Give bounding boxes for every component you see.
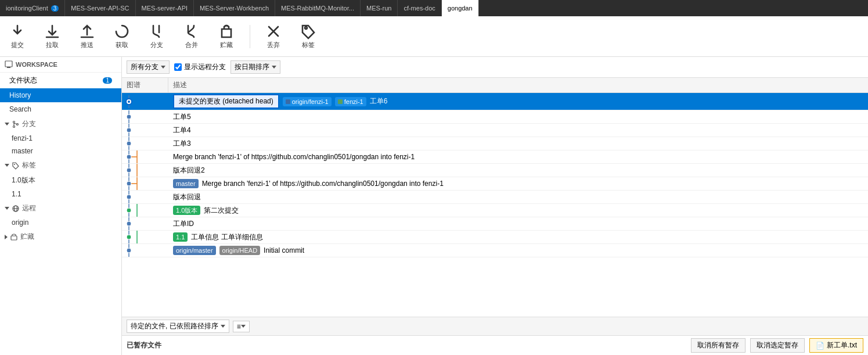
commit-message: 第二次提交: [204, 206, 239, 216]
graph-cell: [122, 124, 168, 137]
toolbar-tag-label: 标签: [302, 41, 315, 49]
commit-row[interactable]: Merge branch 'fenzi-1' of https://github…: [122, 150, 868, 164]
commit-message: 工单ID: [173, 219, 194, 229]
content-area: 所有分支 显示远程分支 按日期排序 图谱 描述 未提交的更改 (detached…: [122, 57, 868, 355]
svg-point-27: [127, 168, 131, 173]
menu-icon-btn[interactable]: ≡: [233, 321, 250, 332]
commit-row[interactable]: 版本回退2: [122, 164, 868, 177]
remote-arrow: [5, 207, 9, 210]
stash-icon: [218, 23, 235, 40]
commit-row[interactable]: 工单ID: [122, 217, 868, 231]
graph-header-graph-label: 图谱: [122, 78, 168, 92]
commit-desc: 1.0版本第二次提交: [168, 205, 868, 217]
commit-row[interactable]: 1.0版本第二次提交: [122, 204, 868, 217]
commit-tag: origin/fenzi-1: [283, 97, 332, 106]
search-item[interactable]: Search: [0, 102, 121, 116]
graph-cell: [122, 231, 168, 243]
branch-section[interactable]: 分支: [0, 116, 121, 132]
tab-mes-server-workbench[interactable]: MES-Server-Workbench: [194, 0, 275, 16]
cancel-selected-staged-button[interactable]: 取消选定暂存: [750, 338, 805, 353]
graph-cell: [122, 191, 168, 203]
branch-fenzi1[interactable]: fenzi-1: [0, 132, 121, 145]
tag-icon: [12, 162, 20, 170]
fetch-icon: [114, 23, 130, 40]
tab-gongdan[interactable]: gongdan: [442, 0, 479, 16]
commit-message: 工单5: [173, 112, 191, 122]
commit-desc: 版本回退: [168, 191, 868, 203]
graph-header: 图谱 描述: [122, 78, 868, 93]
commit-desc: 1.1工单信息 工单详细信息: [168, 231, 868, 243]
toolbar-merge[interactable]: 合并: [180, 23, 203, 49]
branch-master[interactable]: master: [0, 145, 121, 157]
commit-row[interactable]: 工单3: [122, 137, 868, 150]
commit-row[interactable]: origin/masterorigin/HEADInitial commit: [122, 244, 868, 257]
remote-section-label: 远程: [22, 203, 36, 213]
workspace-label: WORKSPACE: [16, 61, 57, 68]
toolbar-branch[interactable]: 分支: [145, 23, 168, 49]
toolbar-tag[interactable]: 标签: [297, 23, 320, 49]
tab-mes-server-api[interactable]: MES-server-API: [136, 0, 194, 16]
staged-actions: 取消所有暂存 取消选定暂存 📄 新工单.txt: [691, 338, 863, 353]
new-file-label: 新工单.txt: [827, 340, 857, 350]
toolbar-fetch[interactable]: 获取: [110, 23, 134, 49]
toolbar-pull-label: 拉取: [46, 41, 59, 49]
file-status-label: 文件状态: [9, 76, 37, 85]
tag-section[interactable]: 标签: [0, 157, 121, 173]
svg-rect-15: [338, 99, 343, 104]
tab-mes-run[interactable]: MES-run: [361, 0, 398, 16]
tag-11[interactable]: 1.1: [0, 188, 121, 200]
toolbar-push-label: 推送: [81, 41, 93, 49]
toolbar-sep: [250, 25, 250, 48]
merge-icon: [183, 23, 200, 40]
commit-message: 工单4: [173, 125, 191, 135]
commit-message: 版本回退: [173, 192, 201, 202]
main-layout: WORKSPACE 文件状态 1 History Search 分支 fenzi…: [0, 57, 868, 355]
tab-mes-server-api-sc[interactable]: MES-Server-API-SC: [65, 0, 135, 16]
staged-bar: 已暂存文件 取消所有暂存 取消选定暂存 📄 新工单.txt: [122, 335, 868, 355]
commit-desc: 工单3: [168, 138, 868, 150]
branch-dropdown-arrow: [161, 66, 165, 69]
pending-select[interactable]: 待定的文件, 已依照路径排序: [127, 320, 229, 333]
commit-tag: origin/master: [173, 246, 216, 255]
tab-monitoringClient[interactable]: ionitoringClient3: [0, 0, 65, 16]
all-branches-select[interactable]: 所有分支: [127, 60, 170, 74]
toolbar-pull[interactable]: 拉取: [41, 23, 64, 49]
remote-icon: [12, 205, 20, 213]
show-remote-check[interactable]: [174, 63, 182, 71]
commit-desc: origin/masterorigin/HEADInitial commit: [168, 245, 868, 256]
commit-row[interactable]: 工单5: [122, 110, 868, 124]
remote-section[interactable]: 远程: [0, 200, 121, 216]
commit-row[interactable]: 未提交的更改 (detached head) origin/fenzi-1 fe…: [122, 93, 868, 110]
show-remote-checkbox[interactable]: 显示远程分支: [174, 62, 226, 72]
cancel-all-staged-button[interactable]: 取消所有暂存: [691, 338, 745, 353]
toolbar-discard[interactable]: 丢弃: [262, 23, 285, 49]
svg-point-40: [127, 235, 131, 239]
svg-point-42: [127, 248, 131, 253]
stash-icon: [10, 233, 18, 241]
toolbar-merge-label: 合并: [185, 41, 198, 49]
new-file-button[interactable]: 📄 新工单.txt: [809, 338, 863, 353]
commit-message: 工单3: [173, 139, 191, 149]
sort-select[interactable]: 按日期排序: [230, 60, 280, 74]
file-status-item[interactable]: 文件状态 1: [0, 73, 121, 88]
toolbar-commit[interactable]: 提交: [6, 23, 29, 49]
commit-desc: masterMerge branch 'fenzi-1' of https://…: [168, 178, 868, 189]
tag-10[interactable]: 1.0版本: [0, 173, 121, 188]
toolbar-push[interactable]: 推送: [75, 23, 99, 49]
svg-point-24: [127, 155, 131, 159]
remote-origin[interactable]: origin: [0, 216, 121, 229]
tab-cf-mes-doc[interactable]: cf-mes-doc: [398, 0, 441, 16]
history-item[interactable]: History: [0, 88, 121, 102]
svg-point-13: [128, 101, 130, 103]
tab-mes-rabbitmq[interactable]: MES-RabbitMQ-Monitor...: [275, 0, 361, 16]
commit-row[interactable]: 工单4: [122, 124, 868, 137]
commit-row[interactable]: 版本回退: [122, 191, 868, 204]
toolbar-stash[interactable]: 贮藏: [215, 23, 238, 49]
branch-arrow: [5, 123, 9, 125]
stash-section[interactable]: 贮藏: [0, 229, 121, 245]
commit-row[interactable]: 1.1工单信息 工单详细信息: [122, 231, 868, 244]
commit-desc: Merge branch 'fenzi-1' of https://github…: [168, 152, 868, 162]
tab-bar: ionitoringClient3MES-Server-API-SCMES-se…: [0, 0, 868, 16]
svg-rect-0: [5, 61, 12, 67]
commit-row[interactable]: masterMerge branch 'fenzi-1' of https://…: [122, 177, 868, 191]
